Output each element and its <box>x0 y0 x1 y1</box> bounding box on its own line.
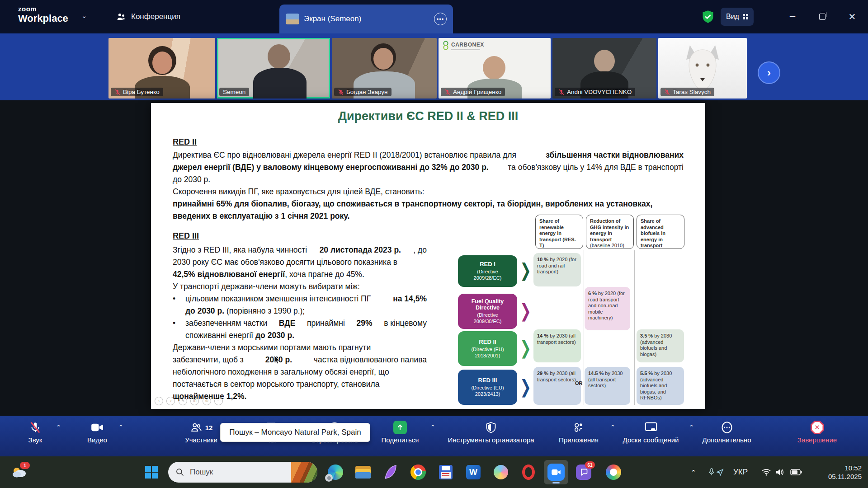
carbonex-logo: CARBONEX <box>442 41 484 51</box>
red3-target-box-col3: 5.5 % by 2030 (advanced biofuels and bio… <box>637 367 684 405</box>
search-placeholder: Пошук <box>190 468 213 477</box>
active-window-indicator <box>552 482 560 483</box>
screen-share-thumbnail-icon <box>286 14 299 24</box>
camera-icon <box>91 422 104 433</box>
share-options-chevron-icon[interactable]: ⌃ <box>430 424 435 431</box>
edge-icon[interactable] <box>327 464 344 481</box>
more-button[interactable]: Дополнительно <box>696 420 757 444</box>
mic-muted-icon <box>664 89 670 95</box>
audio-button[interactable]: Звук <box>13 420 58 444</box>
copilot-icon[interactable] <box>492 464 509 481</box>
participant-tile[interactable]: Andrii VDOVYCHENKO <box>552 38 656 99</box>
host-tools-button[interactable]: Инструменты организатора <box>441 420 541 444</box>
column-divider <box>634 250 635 405</box>
red3-directive-box: RED III(Directive (EU)2023/2413) <box>458 370 517 405</box>
whiteboards-button[interactable]: Доски сообщений <box>616 420 686 444</box>
windows-logo-icon <box>145 465 158 479</box>
carbonex-tagline <box>451 49 480 50</box>
viber-chat-app-icon[interactable]: 61 <box>575 464 592 481</box>
battery-icon[interactable] <box>790 456 802 488</box>
chevron-right-icon: ❯ <box>520 337 531 358</box>
whiteboards-options-chevron-icon[interactable]: ⌃ <box>689 424 694 431</box>
tab-meeting-label: Конференция <box>131 12 180 21</box>
wifi-icon[interactable] <box>761 456 771 488</box>
clock[interactable]: 10:52 05.11.2025 <box>809 456 862 488</box>
end-meeting-button[interactable]: ✕ Завершение <box>787 420 848 444</box>
word-icon[interactable]: W <box>465 464 482 481</box>
mic-muted-icon <box>558 89 565 95</box>
red3-target-box-col2: 14.5 % by 2030 (all transport sectors) <box>585 367 630 405</box>
zoom-app-icon <box>547 464 565 481</box>
participant-name-label: Богдан Зварун <box>334 88 392 96</box>
chrome-icon[interactable] <box>410 464 427 481</box>
participant-tile[interactable]: Taras Slavych <box>658 38 747 99</box>
chevron-right-icon: ❯ <box>520 259 531 281</box>
restore-icon <box>819 14 826 20</box>
tray-show-hidden-icons[interactable]: ⌃ <box>691 456 696 488</box>
mic-muted-icon <box>114 89 121 95</box>
tray-mic-location-icons[interactable] <box>708 456 724 488</box>
avatar <box>594 50 615 72</box>
red3-heading: RED III <box>173 231 199 241</box>
bullet-item: • забезпеченням частки ВДЕ принаймні 29%… <box>173 317 427 342</box>
participant-name-label: Віра Бутенко <box>111 88 163 96</box>
save-notes-app-icon[interactable] <box>437 464 454 481</box>
video-options-chevron-icon[interactable]: ⌃ <box>118 424 123 431</box>
taskbar-search[interactable]: Пошук <box>168 462 317 483</box>
share-screen-button[interactable]: Поделиться <box>371 420 429 444</box>
video-button[interactable]: Видео <box>75 420 120 444</box>
tab-meeting[interactable]: Конференция <box>116 0 180 33</box>
participant-tile[interactable]: CARBONEX Андрій Грищенко <box>439 38 551 99</box>
view-button[interactable]: Вид <box>721 8 754 26</box>
prev-page-icon[interactable]: ‹ <box>155 397 163 405</box>
language-indicator[interactable]: УКР <box>733 456 748 488</box>
restore-button[interactable] <box>815 9 830 24</box>
apps-button[interactable]: Приложения <box>549 420 608 444</box>
share-icon <box>393 421 407 434</box>
participants-icon <box>190 422 203 433</box>
quill-pen-app-icon[interactable] <box>382 464 399 481</box>
or-label: OR <box>575 380 583 386</box>
participant-tile-active-speaker[interactable]: Semeon <box>217 38 330 99</box>
chevron-down-icon[interactable]: ⌄ <box>81 12 87 20</box>
tray-date: 05.11.2025 <box>828 472 862 481</box>
zoom-icon[interactable]: ⊕ <box>203 397 211 405</box>
minimize-button[interactable]: ─ <box>785 9 800 24</box>
security-shield-icon[interactable] <box>702 10 714 23</box>
avatar <box>483 56 505 80</box>
audio-options-chevron-icon[interactable]: ⌃ <box>56 424 61 431</box>
view-label: Вид <box>726 13 739 21</box>
pen-icon[interactable]: ✎ <box>179 397 187 405</box>
close-button[interactable]: ✕ <box>844 9 860 24</box>
participant-name-label: Андрій Грищенко <box>441 88 505 96</box>
red2-directive-box: RED II(Directive (EU)2018/2001) <box>458 331 517 366</box>
start-button[interactable] <box>143 464 160 481</box>
red2-heading: RED II <box>173 137 197 147</box>
diagram-header-3: Share of advanced biofuels in energy in … <box>637 215 684 249</box>
browser-colorful-icon[interactable] <box>605 464 622 481</box>
windows-taskbar: 1 Пошук <box>0 456 868 488</box>
apps-options-chevron-icon[interactable]: ⌃ <box>610 424 615 431</box>
screen: zoom Workplace ⌄ Конференция Экран (Seme… <box>0 0 868 488</box>
video-strip: Віра Бутенко Semeon Богдан Зварун CAR <box>0 33 868 100</box>
slide-viewer-controls: ‹ › ✎ ⊞ ⊕ ⋯ <box>155 396 224 405</box>
red1-target-box: 10 % by 2020 (for road and rail transpor… <box>533 253 581 286</box>
red3-target-box-col1: 29 % by 2030 (all transport sectors) <box>533 367 581 405</box>
zoom-app-active[interactable] <box>544 460 568 484</box>
participant-tile[interactable]: Віра Бутенко <box>108 38 215 99</box>
tab-options-ellipsis-icon[interactable]: ••• <box>434 13 447 25</box>
opera-icon[interactable] <box>520 464 537 481</box>
chevron-right-icon: ❯ <box>520 376 531 397</box>
next-page-icon[interactable]: › <box>166 397 175 405</box>
next-participants-button[interactable]: › <box>758 61 780 84</box>
more-icon[interactable]: ⋯ <box>214 397 223 405</box>
search-highlight-image <box>291 462 317 483</box>
grid-view-icon[interactable]: ⊞ <box>190 397 199 405</box>
widgets-weather-icon[interactable]: 1 <box>11 464 28 481</box>
participant-tile[interactable]: Богдан Зварун <box>332 38 437 99</box>
file-explorer-icon[interactable] <box>354 464 372 481</box>
tab-screen-share[interactable]: Экран (Semeon) ••• <box>279 5 453 33</box>
edge-profile-avatar <box>325 474 333 482</box>
bullet-item: • цільовим показником зменшення інтенсив… <box>173 293 427 317</box>
speaker-icon[interactable] <box>775 456 785 488</box>
